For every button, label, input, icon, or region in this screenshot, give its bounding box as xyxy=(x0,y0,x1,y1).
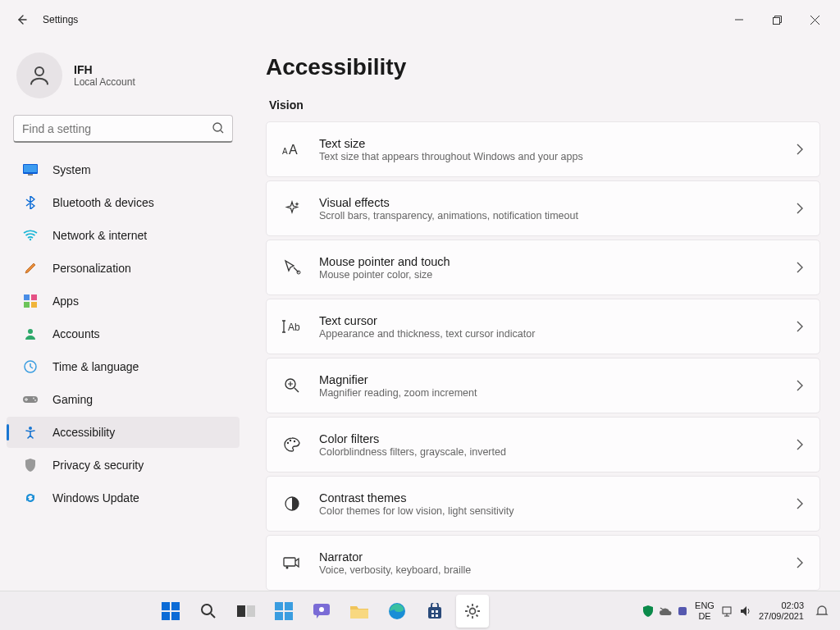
svg-rect-29 xyxy=(171,602,180,610)
svg-text:Ab: Ab xyxy=(288,322,300,333)
nav-label: System xyxy=(52,163,91,176)
back-button[interactable] xyxy=(7,5,36,34)
svg-rect-45 xyxy=(436,610,438,613)
monitor-icon xyxy=(23,162,38,177)
start-button[interactable] xyxy=(154,595,187,628)
svg-rect-50 xyxy=(723,607,731,614)
svg-point-23 xyxy=(290,440,291,441)
card-title: Mouse pointer and touch xyxy=(319,255,780,268)
profile-block[interactable]: IFH Local Account xyxy=(0,46,246,112)
taskbar-search[interactable] xyxy=(192,595,225,628)
chevron-right-icon xyxy=(797,262,803,273)
nav-apps[interactable]: Apps xyxy=(7,285,240,317)
card-contrast-themes[interactable]: Contrast themes Color themes for low vis… xyxy=(266,476,820,532)
taskbar-explorer[interactable] xyxy=(343,595,376,628)
card-title: Contrast themes xyxy=(319,491,780,504)
nav-gaming[interactable]: Gaming xyxy=(7,384,240,415)
contrast-icon xyxy=(281,493,303,514)
chat-icon xyxy=(313,603,331,619)
chevron-right-icon xyxy=(797,203,803,214)
nav-privacy[interactable]: Privacy & security xyxy=(7,450,240,481)
svg-rect-37 xyxy=(275,612,283,620)
svg-rect-46 xyxy=(431,614,434,617)
close-button[interactable] xyxy=(796,7,833,33)
nav-system[interactable]: System xyxy=(7,154,240,185)
account-icon xyxy=(23,326,38,341)
nav-time-language[interactable]: Time & language xyxy=(7,351,240,382)
nav-network[interactable]: Network & internet xyxy=(7,220,240,251)
nav-windows-update[interactable]: Windows Update xyxy=(7,482,240,514)
sidebar: IFH Local Account System Bluetooth & dev… xyxy=(0,39,246,591)
card-sub: Text size that appears throughout Window… xyxy=(319,151,780,162)
folder-icon xyxy=(350,604,368,619)
card-sub: Voice, verbosity, keyboard, braille xyxy=(319,564,780,576)
taskbar-taskview[interactable] xyxy=(230,595,262,628)
svg-rect-49 xyxy=(678,607,687,615)
edge-icon xyxy=(388,602,406,620)
card-sub: Magnifier reading, zoom increment xyxy=(319,387,780,399)
taskbar-settings[interactable] xyxy=(456,595,489,628)
maximize-icon xyxy=(773,16,782,25)
card-visual-effects[interactable]: Visual effects Scroll bars, transparency… xyxy=(266,180,820,236)
nav-label: Personalization xyxy=(52,262,131,275)
store-icon xyxy=(427,603,443,619)
card-text-cursor[interactable]: Ab Text cursor Appearance and thickness,… xyxy=(266,299,820,354)
nav-label: Network & internet xyxy=(52,229,147,242)
minimize-button[interactable] xyxy=(720,7,758,33)
network-sound-tray[interactable] xyxy=(721,605,752,617)
page-title: Accessibility xyxy=(266,54,820,80)
settings-window: Settings IFH Local Account xyxy=(0,0,840,630)
clock[interactable]: 02:03 27/09/2021 xyxy=(759,600,804,621)
titlebar: Settings xyxy=(0,0,840,39)
notifications-button[interactable] xyxy=(810,605,833,618)
svg-point-48 xyxy=(469,608,475,614)
network-tray-icon xyxy=(721,605,734,617)
search-input[interactable] xyxy=(13,115,233,143)
chevron-right-icon xyxy=(797,380,803,391)
card-mouse-pointer[interactable]: Mouse pointer and touch Mouse pointer co… xyxy=(266,240,820,295)
windows-icon xyxy=(162,602,180,620)
svg-rect-31 xyxy=(171,612,180,620)
nav-label: Apps xyxy=(52,294,79,308)
maximize-button[interactable] xyxy=(758,7,796,33)
card-sub: Appearance and thickness, text cursor in… xyxy=(319,328,780,340)
system-tray[interactable] xyxy=(642,605,688,617)
cursor-icon xyxy=(281,257,303,278)
search-icon xyxy=(212,121,225,135)
notification-icon xyxy=(815,605,829,618)
card-title: Magnifier xyxy=(319,373,780,386)
svg-point-22 xyxy=(287,442,289,444)
clock-globe-icon xyxy=(23,359,38,374)
svg-rect-41 xyxy=(350,609,368,619)
svg-text:A: A xyxy=(282,147,288,156)
card-color-filters[interactable]: Color filters Colorblindness filters, gr… xyxy=(266,417,820,472)
bluetooth-icon xyxy=(23,195,38,210)
card-magnifier[interactable]: Magnifier Magnifier reading, zoom increm… xyxy=(266,358,820,413)
card-sub: Color themes for low vision, light sensi… xyxy=(319,505,780,517)
nav-personalization[interactable]: Personalization xyxy=(7,253,240,284)
section-vision: Vision xyxy=(269,98,820,112)
svg-rect-36 xyxy=(285,602,293,610)
svg-rect-38 xyxy=(285,612,293,620)
nav-bluetooth[interactable]: Bluetooth & devices xyxy=(7,187,240,218)
nav-accessibility[interactable]: Accessibility xyxy=(7,417,240,448)
taskbar-store[interactable] xyxy=(418,595,451,628)
svg-rect-4 xyxy=(24,165,37,172)
svg-point-6 xyxy=(30,239,31,240)
language-indicator[interactable]: ENG DE xyxy=(695,600,714,620)
minimize-icon xyxy=(735,16,743,24)
svg-rect-0 xyxy=(773,17,779,24)
accessibility-icon xyxy=(23,425,38,440)
person-icon xyxy=(27,63,52,88)
nav-label: Time & language xyxy=(52,360,139,373)
apps-icon xyxy=(23,294,38,308)
taskbar-edge[interactable] xyxy=(381,595,413,628)
palette-icon xyxy=(281,434,303,455)
taskbar-chat[interactable] xyxy=(305,595,338,628)
main-content: Accessibility Vision AA Text size Text s… xyxy=(246,39,840,591)
card-text-size[interactable]: AA Text size Text size that appears thro… xyxy=(266,121,820,177)
card-narrator[interactable]: Narrator Voice, verbosity, keyboard, bra… xyxy=(266,535,820,591)
nav-accounts[interactable]: Accounts xyxy=(7,318,240,349)
taskbar-widgets[interactable] xyxy=(267,595,300,628)
taskbar: ENG DE 02:03 27/09/2021 xyxy=(0,591,840,630)
